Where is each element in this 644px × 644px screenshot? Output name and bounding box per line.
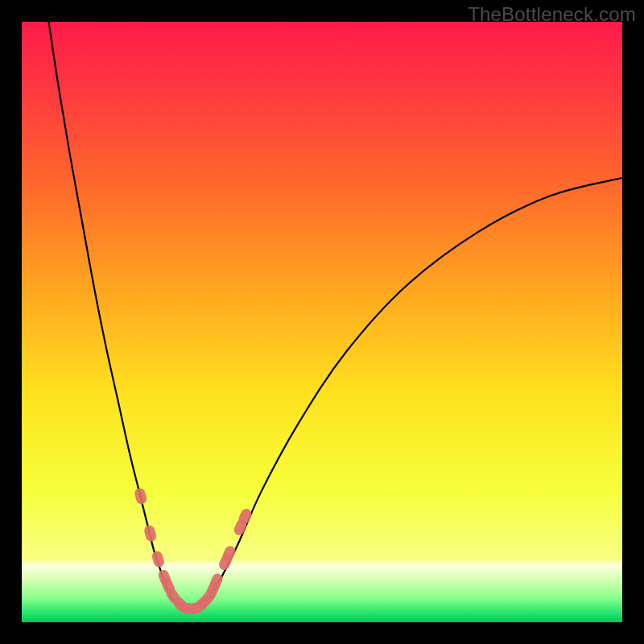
chart-frame: TheBottleneck.com xyxy=(0,0,644,644)
chart-svg xyxy=(22,22,622,622)
gradient-background xyxy=(22,22,622,622)
plot-area xyxy=(22,22,622,622)
